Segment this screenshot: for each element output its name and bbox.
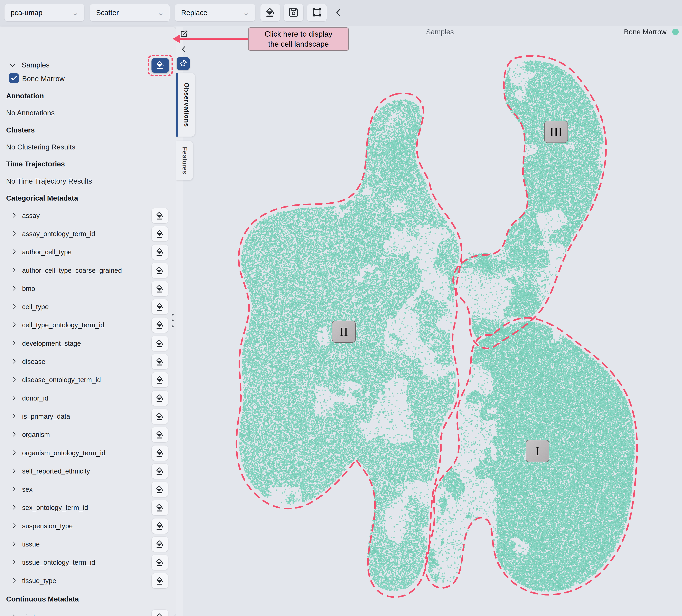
metadata-item-row[interactable]: tissue: [0, 535, 176, 553]
color-by-button[interactable]: [152, 446, 168, 461]
color-by-button[interactable]: [152, 482, 168, 497]
color-by-button[interactable]: [152, 372, 168, 387]
chevron-right-icon: [10, 248, 18, 256]
fill-color-icon: [156, 60, 165, 71]
metadata-item-label: bmo: [22, 285, 35, 293]
top-toolbar: pca-umap ⌄ Scatter ⌄ Replace ⌄: [0, 0, 682, 26]
metadata-item-label: _index: [22, 613, 42, 616]
panel-resize-handle[interactable]: [172, 314, 174, 332]
chevron-left-icon: [333, 7, 344, 18]
metadata-item-row[interactable]: disease: [0, 352, 176, 371]
collapse-toolbar-button[interactable]: [332, 6, 345, 19]
color-by-button[interactable]: [152, 409, 168, 424]
metadata-item-label: disease_ontology_term_id: [22, 376, 101, 384]
color-by-button[interactable]: [152, 427, 168, 442]
time-trajectories-section-header: Time Trajectories: [6, 159, 65, 169]
color-by-button[interactable]: [152, 318, 168, 333]
metadata-item-label: organism: [22, 431, 50, 438]
color-by-button[interactable]: [152, 208, 168, 223]
samples-collapse-toggle[interactable]: [7, 60, 17, 70]
chevron-right-icon: [10, 413, 18, 420]
color-by-button[interactable]: [152, 263, 168, 278]
metadata-item-label: cell_type: [22, 303, 49, 311]
chevron-right-icon: [10, 340, 18, 347]
metadata-item-row[interactable]: _index: [0, 608, 176, 616]
metadata-item-row[interactable]: bmo: [0, 279, 176, 298]
display-landscape-button[interactable]: [152, 58, 169, 73]
mode-select-value: Replace: [181, 8, 207, 17]
metadata-item-row[interactable]: donor_id: [0, 389, 176, 407]
callout-arrow-line: [180, 38, 248, 40]
fill-color-button[interactable]: [260, 4, 280, 21]
plot-type-select[interactable]: Scatter ⌄: [90, 4, 170, 21]
legend-color-dot: [672, 29, 679, 35]
color-by-button[interactable]: [152, 610, 168, 616]
metadata-item-label: disease: [22, 358, 45, 366]
color-by-button[interactable]: [152, 354, 168, 369]
metadata-item-row[interactable]: disease_ontology_term_id: [0, 371, 176, 389]
chevron-right-icon: [10, 394, 18, 402]
cluster-label-I: I: [526, 440, 549, 462]
metadata-item-row[interactable]: organism: [0, 426, 176, 444]
color-by-button[interactable]: [152, 245, 168, 260]
metadata-item-label: cell_type_ontology_term_id: [22, 321, 104, 329]
metadata-item-row[interactable]: is_primary_data: [0, 407, 176, 426]
plot-title: Samples: [409, 28, 471, 36]
chevron-right-icon: [10, 358, 18, 366]
metadata-item-label: assay: [22, 212, 40, 220]
metadata-item-row[interactable]: assay: [0, 206, 176, 225]
legend-item-bone-marrow[interactable]: Bone Marrow: [617, 28, 679, 36]
legend-label: Bone Marrow: [624, 28, 666, 36]
color-by-button[interactable]: [152, 226, 168, 242]
metadata-item-row[interactable]: sex_ontology_term_id: [0, 499, 176, 517]
metadata-item-row[interactable]: organism_ontology_term_id: [0, 444, 176, 462]
box-select-button[interactable]: [307, 4, 327, 21]
clusters-empty-state: No Clustering Results: [6, 142, 75, 152]
color-by-button[interactable]: [152, 555, 168, 570]
chevron-right-icon: [10, 613, 18, 616]
annotation-empty-state: No Annotations: [6, 108, 54, 118]
color-by-button[interactable]: [152, 336, 168, 351]
metadata-item-row[interactable]: development_stage: [0, 334, 176, 352]
metadata-item-row[interactable]: tissue_ontology_term_id: [0, 553, 176, 572]
metadata-item-row[interactable]: sex: [0, 480, 176, 498]
color-by-button[interactable]: [152, 573, 168, 588]
bone-marrow-checkbox[interactable]: [9, 73, 19, 83]
color-by-button[interactable]: [152, 391, 168, 406]
chevron-right-icon: [10, 449, 18, 457]
metadata-item-label: development_stage: [22, 340, 81, 347]
color-by-button[interactable]: [152, 519, 168, 533]
chevron-right-icon: [10, 212, 18, 220]
samples-header: Samples: [22, 60, 49, 70]
chevron-right-icon: [10, 321, 18, 329]
chevron-right-icon: [10, 558, 18, 566]
metadata-item-row[interactable]: cell_type: [0, 298, 176, 316]
metadata-item-row[interactable]: self_reported_ethnicity: [0, 462, 176, 480]
save-button[interactable]: [284, 4, 303, 21]
metadata-item-row[interactable]: author_cell_type: [0, 243, 176, 261]
metadata-item-row[interactable]: assay_ontology_term_id: [0, 225, 176, 243]
chevron-right-icon: [10, 230, 18, 238]
chevron-right-icon: [10, 303, 18, 311]
metadata-item-row[interactable]: suspension_type: [0, 517, 176, 535]
metadata-item-row[interactable]: tissue_type: [0, 572, 176, 590]
color-by-button[interactable]: [152, 299, 168, 315]
plot-type-select-value: Scatter: [96, 8, 119, 17]
metadata-item-label: assay_ontology_term_id: [22, 230, 95, 238]
left-sidebar: Samples Bone Marrow Annotation No Annota…: [0, 27, 176, 616]
metadata-item-label: donor_id: [22, 394, 48, 402]
color-by-button[interactable]: [152, 464, 168, 479]
metadata-item-row[interactable]: author_cell_type_coarse_grained: [0, 261, 176, 279]
chevron-down-icon: ⌄: [71, 8, 79, 17]
mode-select[interactable]: Replace ⌄: [175, 4, 255, 21]
color-by-button[interactable]: [152, 500, 168, 515]
metadata-item-label: suspension_type: [22, 522, 73, 530]
check-icon: [10, 74, 18, 82]
color-by-button[interactable]: [152, 281, 168, 296]
cluster-outlines: [176, 27, 682, 616]
metadata-item-row[interactable]: cell_type_ontology_term_id: [0, 316, 176, 334]
color-by-button[interactable]: [152, 537, 168, 552]
categorical-metadata-header: Categorical Metadata: [6, 193, 78, 203]
fill-color-icon: [265, 7, 276, 18]
embedding-select[interactable]: pca-umap ⌄: [4, 4, 84, 21]
